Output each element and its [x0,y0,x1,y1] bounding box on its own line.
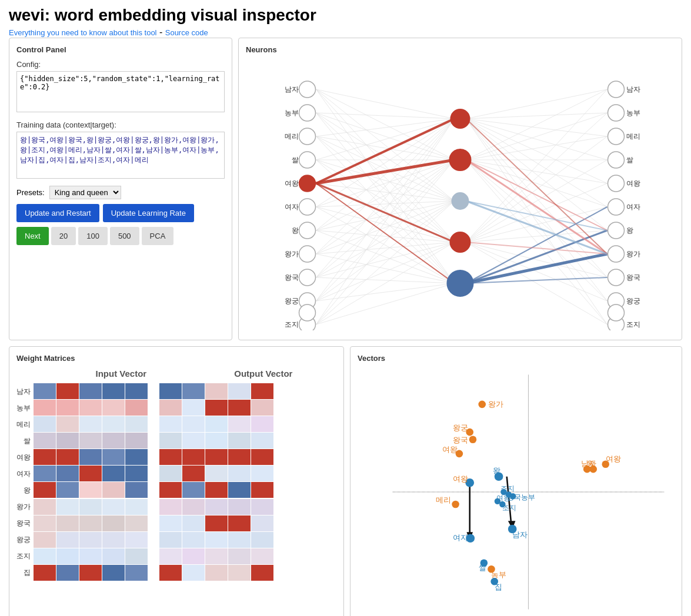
matrix-cell [182,466,205,481]
matrix-cell [182,515,205,531]
output-node-여왕[interactable] [608,175,625,192]
svg-text:왕: 왕 [587,460,595,468]
svg-line-76 [466,160,607,324]
vectors-panel: Vectors 왕가 왕궁 [350,346,682,616]
matrix-row-label: 왕국 [16,515,31,531]
training-textarea[interactable]: 왕|왕국,여왕|왕국,왕|왕궁,여왕|왕궁,왕|왕가,여왕|왕가,왕|조지,여왕… [16,132,225,179]
matrix-cell [182,499,205,515]
input-node-남자[interactable] [299,81,316,98]
svg-line-70 [466,160,607,183]
svg-line-101 [466,201,607,230]
vector-point-왕국-orange[interactable] [469,436,477,443]
svg-line-63 [466,119,607,277]
input-node-왕[interactable] [299,222,316,239]
svg-line-27 [316,201,455,207]
step-100-button[interactable]: 100 [78,227,108,245]
input-node-여왕[interactable] [299,175,316,192]
svg-text:왕궁: 왕궁 [285,297,299,305]
svg-line-65 [466,119,607,324]
svg-text:조지: 조지 [285,320,299,329]
svg-text:조지: 조지 [500,485,515,492]
output-node-여자[interactable] [608,199,625,215]
hidden-node-2[interactable] [450,149,471,170]
next-button[interactable]: Next [16,227,49,245]
input-node-메리[interactable] [299,128,316,145]
matrix-cell [79,416,102,432]
matrix-cell [125,565,148,581]
matrix-cell [205,532,228,548]
svg-text:왕국: 왕국 [626,273,640,282]
matrix-cell [159,449,182,465]
input-node-농부[interactable] [299,105,316,121]
hidden-node-5[interactable] [448,270,473,296]
output-node-왕가[interactable] [608,246,625,262]
matrix-cell [125,548,148,564]
matrix-cell [34,499,56,515]
matrix-cell [251,565,273,581]
matrix-cell [56,416,79,432]
svg-text:조지: 조지 [502,505,516,512]
pca-button[interactable]: PCA [142,227,174,245]
output-node-농부[interactable] [608,105,625,121]
svg-line-5 [316,113,455,119]
svg-text:농부: 농부 [492,571,507,579]
config-textarea[interactable]: {"hidden_size":5,"random_state":1,"learn… [16,71,225,112]
matrix-cell [159,433,182,448]
vector-point-메리-orange[interactable] [452,501,459,508]
input-node-여자[interactable] [299,199,316,215]
control-panel-title: Control Panel [16,45,225,54]
output-node-남자[interactable] [608,81,625,98]
svg-line-7 [316,113,455,201]
input-matrix [34,383,148,581]
svg-line-56 [466,113,607,119]
svg-text:왕궁: 왕궁 [453,424,468,432]
svg-line-87 [466,242,607,324]
matrix-cell [205,466,228,481]
update-lr-button[interactable]: Update Learning Rate [103,204,194,222]
presets-select[interactable]: King and queen Custom [49,186,121,199]
matrix-cell [125,449,148,465]
matrix-cell [102,499,125,515]
output-node-집[interactable] [608,304,625,321]
step-20-button[interactable]: 20 [51,227,76,245]
subtitle-link2[interactable]: Source code [165,28,208,37]
output-node-왕[interactable] [608,222,625,239]
matrix-cell [56,433,79,448]
matrix-cell [102,482,125,498]
matrix-cell [34,482,56,498]
svg-line-44 [316,277,455,283]
subtitle-link1[interactable]: Everything you need to know about this t… [9,28,157,37]
hidden-node-4[interactable] [450,232,470,252]
output-node-왕국[interactable] [608,269,625,286]
matrix-cell [125,499,148,515]
step-500-button[interactable]: 500 [110,227,139,245]
input-node-집[interactable] [299,304,316,321]
hidden-node-1[interactable] [451,109,470,128]
matrix-cell [34,548,56,564]
matrix-cell [228,548,251,564]
matrix-cell [182,433,205,448]
input-node-왕국[interactable] [299,269,316,286]
matrix-cell [182,416,205,432]
matrix-cell [205,400,228,416]
output-node-쌀[interactable] [608,152,625,168]
svg-line-57 [466,119,607,136]
svg-line-54 [316,283,455,324]
matrix-cell [182,449,205,465]
matrix-cell [182,548,205,564]
input-node-쌀[interactable] [299,152,316,168]
output-node-메리[interactable] [608,128,625,145]
matrix-cell [125,515,148,531]
matrix-row-label: 조지 [16,548,31,564]
svg-line-53 [316,242,455,324]
update-restart-button[interactable]: Update and Restart [16,204,99,222]
matrix-row-label: 메리 [16,416,31,433]
neurons-panel-title: Neurons [246,45,675,54]
hidden-node-3[interactable] [452,193,469,209]
input-node-왕가[interactable] [299,246,316,262]
svg-line-60 [466,119,607,207]
vector-point-왕가-orange[interactable] [478,401,486,409]
svg-text:메리: 메리 [626,132,640,140]
input-vector-title: Input Vector [96,369,147,379]
config-label: Config: [16,60,225,69]
